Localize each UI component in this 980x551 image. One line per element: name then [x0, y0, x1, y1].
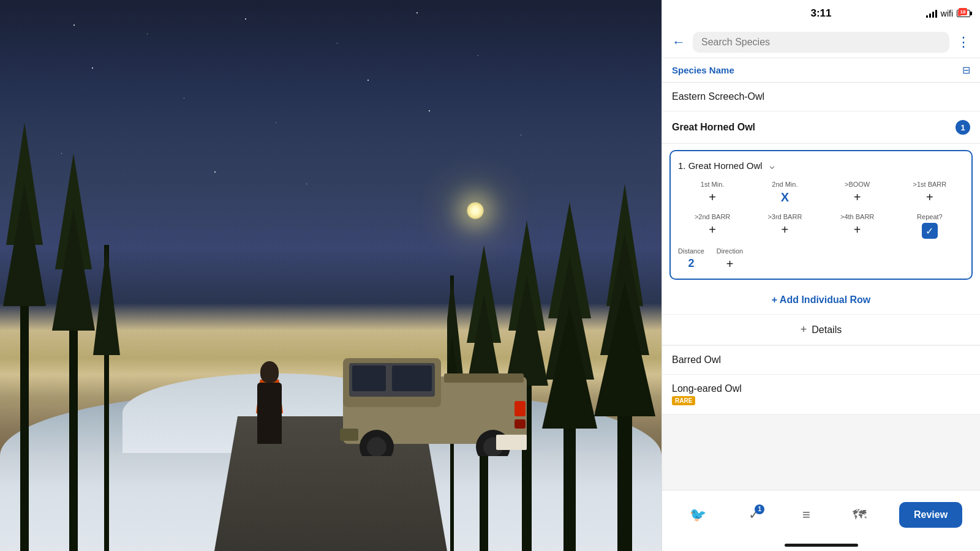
- svg-rect-37: [514, 419, 526, 429]
- bottom-nav: 🐦 ✓ 1 ≡ 🗺 Review: [662, 490, 980, 539]
- home-bar: [785, 544, 858, 547]
- svg-rect-35: [340, 429, 358, 441]
- field-label-boow: >BOOW: [845, 181, 870, 188]
- field-3rd-barr: >3rd BARR +: [750, 213, 819, 239]
- wifi-icon: wifi: [941, 9, 953, 18]
- home-indicator: [662, 539, 980, 551]
- direction-label: Direction: [717, 247, 743, 255]
- nav-check[interactable]: ✓ 1: [739, 502, 769, 528]
- field-1st-barr: >1st BARR +: [895, 181, 964, 204]
- star: [521, 135, 521, 135]
- field-value-1st-min[interactable]: +: [709, 190, 716, 204]
- details-plus-icon: +: [801, 323, 807, 336]
- field-label-2nd-barr: >2nd BARR: [695, 213, 730, 220]
- person-leg-right: [271, 413, 282, 444]
- star: [368, 80, 369, 81]
- individual-dropdown[interactable]: 1. Great Horned Owl ⌄: [678, 159, 777, 172]
- svg-marker-24: [93, 245, 120, 355]
- person-leg-left: [257, 413, 268, 444]
- star: [214, 171, 216, 173]
- svg-rect-36: [514, 401, 526, 416]
- svg-rect-3: [617, 416, 632, 551]
- svg-rect-22: [69, 331, 78, 551]
- star: [147, 34, 148, 34]
- field-value-4th-barr[interactable]: +: [854, 223, 861, 237]
- add-individual-label: + Add Individual Row: [772, 294, 871, 305]
- star: [478, 55, 478, 56]
- field-label-1st-barr: >1st BARR: [913, 181, 947, 188]
- right-panel: 3:11 wifi 18 ← ⋮ Species Name: [662, 0, 980, 551]
- nav-map[interactable]: 🗺: [843, 502, 876, 528]
- status-bar: 3:11 wifi 18: [662, 0, 980, 27]
- star: [337, 43, 337, 43]
- species-row-long-eared-owl[interactable]: Long-eared Owl RARE: [662, 375, 980, 414]
- field-value-repeat[interactable]: ✓: [922, 223, 938, 239]
- star: [92, 67, 93, 69]
- star: [417, 12, 418, 13]
- truck: [331, 340, 539, 456]
- species-row-eastern-screech-owl[interactable]: Eastern Screech-Owl: [662, 83, 980, 111]
- individual-card-header: 1. Great Horned Owl ⌄: [678, 159, 964, 172]
- filter-icon[interactable]: ⊟: [962, 64, 970, 76]
- star: [276, 122, 276, 123]
- distance-direction-row: Distance 2 Direction +: [678, 247, 964, 271]
- individual-label: 1. Great Horned Owl: [678, 160, 763, 171]
- svg-rect-19: [20, 306, 29, 551]
- star: [74, 24, 75, 26]
- signal-bar-4: [935, 10, 937, 18]
- review-button[interactable]: Review: [899, 502, 962, 528]
- direction-value[interactable]: +: [726, 257, 734, 271]
- field-label-3rd-barr: >3rd BARR: [767, 213, 802, 220]
- details-button[interactable]: + Details: [662, 315, 980, 345]
- details-label: Details: [812, 324, 842, 335]
- field-value-3rd-barr[interactable]: +: [782, 223, 789, 237]
- battery-icon: 18: [957, 10, 970, 17]
- star: [184, 98, 184, 99]
- bird-icon: 🐦: [690, 507, 706, 523]
- field-value-2nd-min[interactable]: X: [781, 190, 789, 204]
- svg-rect-38: [496, 435, 527, 450]
- fields-grid-row1: 1st Min. + 2nd Min. X >BOOW + >1st BARR …: [678, 181, 964, 204]
- back-button[interactable]: ←: [672, 34, 685, 50]
- distance-value[interactable]: 2: [688, 257, 694, 270]
- add-individual-row-button[interactable]: + Add Individual Row: [662, 286, 980, 315]
- svg-point-32: [367, 437, 386, 456]
- rare-badge: RARE: [672, 396, 695, 405]
- field-value-boow[interactable]: +: [854, 190, 861, 204]
- field-4th-barr: >4th BARR +: [823, 213, 892, 239]
- nav-list[interactable]: ≡: [793, 502, 820, 528]
- species-list: Species Name ⊟ Eastern Screech-Owl Great…: [662, 58, 980, 490]
- species-row-barred-owl[interactable]: Barred Owl: [662, 346, 980, 375]
- individual-card: 1. Great Horned Owl ⌄ 1st Min. + 2nd Min…: [669, 150, 973, 280]
- search-input[interactable]: [701, 37, 941, 48]
- field-label-1st-min: 1st Min.: [701, 181, 725, 188]
- nav-bird[interactable]: 🐦: [680, 502, 716, 528]
- dropdown-chevron-icon: ⌄: [767, 159, 777, 172]
- status-icons: wifi 18: [926, 9, 970, 18]
- svg-rect-30: [392, 365, 432, 391]
- section-header: Species Name ⊟: [662, 58, 980, 83]
- direction-cell: Direction +: [717, 247, 743, 271]
- nav-badge: 1: [755, 504, 764, 514]
- field-2nd-barr: >2nd BARR +: [678, 213, 747, 239]
- more-options-button[interactable]: ⋮: [957, 34, 970, 50]
- field-label-repeat: Repeat?: [917, 213, 943, 220]
- field-2nd-min: 2nd Min. X: [750, 181, 819, 204]
- species-expanded-header[interactable]: Great Horned Owl 1: [662, 111, 980, 144]
- person-legs: [257, 413, 282, 444]
- battery-badge: 18: [959, 8, 967, 15]
- long-eared-owl-name: Long-eared Owl: [672, 383, 742, 394]
- svg-rect-7: [564, 429, 576, 551]
- field-value-1st-barr[interactable]: +: [926, 190, 933, 204]
- person: [251, 358, 288, 444]
- species-count-badge: 1: [956, 120, 970, 135]
- svg-rect-28: [444, 373, 524, 383]
- species-name-great-horned-owl: Great Horned Owl: [672, 122, 755, 133]
- search-bar: ← ⋮: [662, 27, 980, 58]
- star: [245, 18, 246, 20]
- field-value-2nd-barr[interactable]: +: [709, 223, 716, 237]
- map-icon: 🗺: [853, 507, 866, 523]
- star: [306, 184, 307, 184]
- search-input-wrap[interactable]: [693, 32, 949, 53]
- field-1st-min: 1st Min. +: [678, 181, 747, 204]
